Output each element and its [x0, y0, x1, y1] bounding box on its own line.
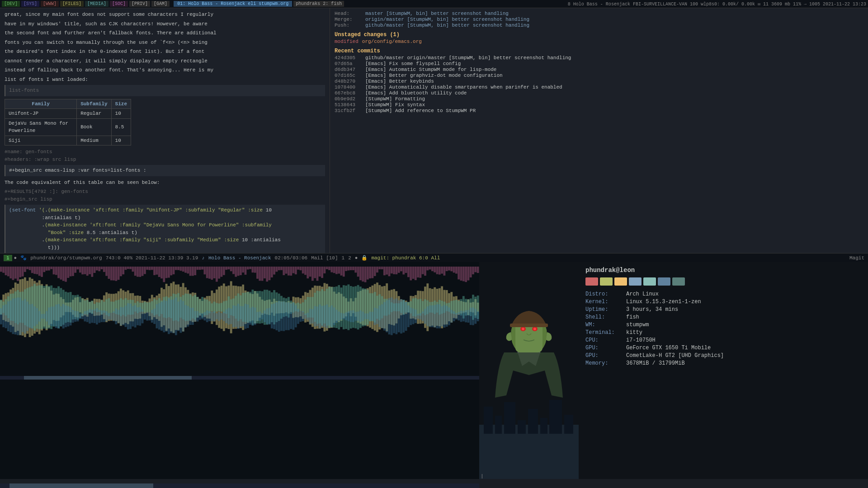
- workspace-files[interactable]: [FILES]: [60, 1, 84, 7]
- color-swatch: [672, 277, 685, 286]
- svg-rect-690: [213, 267, 216, 278]
- sysinfo-uptime: Uptime: 3 hours, 34 mins: [585, 306, 861, 313]
- right-panel[interactable]: Head: master [StumpWM, bin] better scree…: [330, 8, 868, 262]
- left-panel[interactable]: great, since my main font does not suppo…: [0, 8, 330, 262]
- svg-rect-630: [70, 267, 72, 277]
- svg-rect-666: [156, 267, 158, 275]
- recent-commits-heading[interactable]: Recent commits: [335, 48, 863, 54]
- svg-rect-749: [354, 267, 357, 272]
- svg-rect-755: [369, 267, 371, 278]
- svg-rect-742: [338, 267, 340, 274]
- workspace-www[interactable]: [WWW]: [41, 1, 59, 7]
- svg-rect-610: [22, 267, 24, 277]
- svg-point-816: [533, 328, 536, 330]
- begin-src-lisp: #+begin_src lisp: [5, 196, 325, 203]
- svg-rect-807: [528, 409, 538, 434]
- para1-line7: instead of falling back to another font.…: [5, 66, 325, 74]
- status-col1: 1: [342, 255, 345, 261]
- svg-rect-288: [228, 308, 230, 325]
- svg-rect-647: [110, 267, 113, 280]
- commit-row[interactable]: 31cfb2f[StumpWM] Add reference to StumpW…: [335, 108, 863, 113]
- svg-rect-778: [424, 267, 426, 276]
- svg-rect-766: [396, 267, 398, 274]
- svg-rect-231: [182, 301, 184, 331]
- svg-rect-522: [415, 310, 417, 323]
- svg-rect-657: [134, 267, 137, 276]
- sysinfo-cpu: CPU: i7-10750H: [585, 337, 861, 343]
- para1-line4: fonts you can switch to manually through…: [5, 39, 325, 47]
- para1-line1: great, since my main font does not suppo…: [5, 11, 325, 19]
- svg-rect-799: [474, 267, 476, 272]
- scrollbar-thumb[interactable]: [24, 376, 192, 380]
- svg-rect-180: [142, 310, 144, 324]
- scrollbar[interactable]: [0, 376, 479, 380]
- svg-rect-474: [376, 309, 378, 324]
- code-line-6: t))): [9, 244, 321, 252]
- svg-rect-648: [113, 267, 115, 281]
- secondary-tab[interactable]: phundraks 2: fish: [293, 1, 344, 7]
- svg-rect-138: [108, 313, 110, 320]
- workspace-sys[interactable]: [SYS]: [21, 1, 39, 7]
- svg-rect-790: [453, 267, 455, 272]
- workspace-priv[interactable]: [PRIV]: [129, 1, 150, 7]
- svg-rect-668: [160, 267, 163, 278]
- workspace-gam[interactable]: [GAM]: [151, 1, 170, 7]
- push-val: github/master [StumpWM, bin] better scre…: [365, 23, 529, 28]
- svg-rect-773: [412, 267, 415, 279]
- svg-rect-324: [256, 312, 259, 321]
- active-tab[interactable]: 01: Holo Bass - Rosenjack eli stumpwm.or…: [174, 1, 292, 7]
- svg-rect-219: [173, 300, 175, 333]
- svg-rect-717: [278, 267, 280, 270]
- svg-rect-309: [245, 304, 247, 329]
- svg-rect-57: [43, 314, 45, 319]
- commit-row[interactable]: 424d305github/master origin/master [Stum…: [335, 55, 863, 61]
- svg-rect-297: [235, 306, 237, 327]
- commit-row[interactable]: d6db347[Emacs] Automatic StumpWM mode fo…: [335, 67, 863, 72]
- workspace-soc[interactable]: [SOC]: [110, 1, 128, 7]
- svg-rect-165: [129, 304, 132, 329]
- commit-row[interactable]: 0b9e9d2[StumpWM] Formatting: [335, 96, 863, 102]
- main-scrollbar[interactable]: [0, 483, 479, 488]
- svg-rect-796: [467, 267, 470, 281]
- main-scrollbar-thumb[interactable]: [9, 483, 153, 488]
- svg-rect-18: [12, 299, 14, 334]
- svg-rect-784: [439, 267, 441, 275]
- status-music-icon: ♪: [202, 255, 205, 261]
- svg-rect-255: [201, 313, 203, 319]
- svg-rect-429: [340, 313, 343, 319]
- svg-rect-768: [400, 267, 402, 271]
- svg-rect-243: [192, 308, 194, 325]
- workspace-dev[interactable]: [DEV]: [2, 1, 20, 7]
- svg-rect-706: [252, 267, 254, 272]
- svg-rect-631: [72, 267, 74, 276]
- svg-rect-753: [364, 267, 367, 282]
- svg-rect-572: [455, 300, 458, 315]
- begin-src-line: #+begin_src emacs-lisp :var fonts=list-f…: [5, 165, 325, 176]
- svg-rect-614: [31, 267, 33, 273]
- svg-rect-699: [235, 267, 237, 277]
- svg-rect-687: [206, 267, 208, 278]
- svg-rect-791: [455, 267, 458, 274]
- svg-rect-752: [362, 267, 364, 282]
- sysinfo-username: phundrak@leon: [585, 267, 861, 274]
- svg-rect-275: [218, 304, 220, 311]
- commit-row[interactable]: d48b270[Emacs] Better keybinds: [335, 79, 863, 84]
- svg-rect-486: [386, 300, 388, 333]
- sysinfo-wm: WM: stumpwm: [585, 322, 861, 328]
- waveform-container[interactable]: [0, 262, 479, 352]
- commit-row[interactable]: 07d165c[Emacs] Better graphviz-dot mode …: [335, 73, 863, 78]
- svg-rect-641: [96, 267, 98, 270]
- commit-row[interactable]: 1078400[Emacs] Automatically disable sma…: [335, 84, 863, 90]
- svg-rect-707: [254, 267, 256, 273]
- commit-row[interactable]: 07d65a[Emacs] Fix some flyspell config: [335, 61, 863, 66]
- workspace-media[interactable]: [MEDIA]: [85, 1, 108, 7]
- svg-rect-727: [302, 267, 304, 273]
- commit-row[interactable]: 667ebc8[Emacs] Add bluetooth utility cod…: [335, 90, 863, 96]
- modified-row[interactable]: modified org/config/emacs.org: [335, 39, 863, 44]
- unstaged-heading[interactable]: Unstaged changes (1): [335, 32, 863, 38]
- commit-row[interactable]: 5138643[StumpWM] Fix syntax: [335, 102, 863, 108]
- svg-rect-56: [43, 286, 45, 328]
- svg-rect-719: [283, 267, 285, 275]
- code-line-3: .(make-instance 'xft:font :family "DejaV…: [9, 221, 321, 229]
- svg-rect-677: [182, 267, 184, 272]
